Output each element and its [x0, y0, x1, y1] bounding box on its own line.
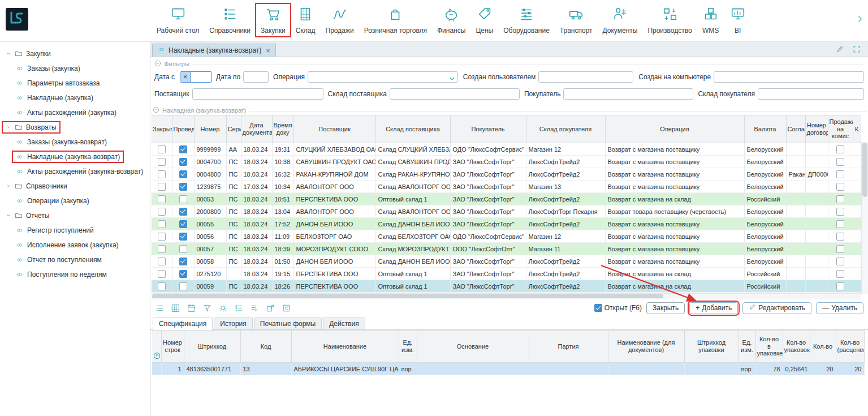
specification-table[interactable]: Номер строкШтрихкодКодНаименованиеЕд. из… [152, 330, 865, 375]
checkbox-icon[interactable] [179, 183, 187, 191]
cell[interactable]: пор [399, 363, 417, 375]
date-to-input[interactable] [243, 71, 269, 83]
column-header[interactable]: Наименование [291, 331, 399, 363]
cell[interactable]: 18.03.24 [241, 156, 272, 168]
column-header[interactable]: Продажа на комис [828, 115, 853, 143]
cell[interactable]: Ракан [786, 168, 805, 181]
cell[interactable]: Оптовый склад 1 [375, 193, 450, 205]
cell[interactable]: ЗАО "ЛюксСофтТорг" [450, 181, 526, 193]
cell[interactable] [684, 363, 739, 375]
cell[interactable]: 18.03.24 [241, 205, 272, 218]
cell[interactable]: ЛюксСофтТорг Пекарня [526, 205, 605, 218]
cell[interactable]: ПС [226, 156, 241, 168]
column-header[interactable]: Валюта [744, 115, 786, 143]
cell[interactable] [172, 156, 194, 168]
cell[interactable] [828, 218, 853, 230]
invoice-row[interactable]: 00053ПС18.03.2410:51ПЕРСПЕКТИВА ООООптов… [152, 193, 861, 205]
cell[interactable]: ДАНОН БЕЛ ИООО [293, 255, 375, 268]
checkbox-icon[interactable] [836, 183, 844, 191]
column-header[interactable]: Номер строк [161, 331, 184, 363]
clear-date-icon[interactable]: × [180, 72, 191, 82]
cell[interactable] [828, 156, 853, 168]
cell[interactable]: ОДО "ЛюксСофтСервис" [450, 230, 526, 243]
cell[interactable] [853, 205, 861, 218]
sidebar-item[interactable]: Отчет по поступлениям [0, 252, 150, 267]
cell[interactable]: 1 [161, 363, 184, 375]
cell[interactable] [805, 280, 828, 293]
cell[interactable] [828, 143, 853, 156]
sidebar-item[interactable]: Заказы (закупка-возврат) [0, 135, 150, 149]
checkbox-icon[interactable] [179, 233, 187, 241]
cell[interactable]: 19:31 [272, 143, 293, 156]
module-item-bi[interactable]: BI [724, 3, 752, 37]
cell[interactable] [805, 156, 828, 168]
cell[interactable] [853, 268, 861, 280]
invoice-row[interactable]: 00055ПС18.03.2417:52ДАНОН БЕЛ ИОООСклад … [152, 218, 861, 230]
cell[interactable]: 18.03.24 [241, 255, 272, 268]
vertical-scrollbar[interactable] [861, 142, 868, 294]
cell[interactable]: ПС [226, 230, 241, 243]
sidebar-item[interactable]: Акты расхождений (закупка) [0, 105, 150, 120]
column-header[interactable]: Серия [226, 115, 241, 143]
column-header[interactable]: Покупатель [450, 115, 526, 143]
detail-tab-3[interactable]: Печатные формы [254, 318, 322, 329]
delete-button[interactable]: —Удалить [816, 302, 863, 314]
cell[interactable]: ЛюксСофтТрейд2 [526, 168, 605, 181]
cell[interactable]: Возврат с магазина поставщику [605, 243, 744, 255]
invoice-row[interactable]: 1239875ПС17.03.2410:34АВАЛОНТОРГ ОООСкла… [152, 181, 861, 193]
cell[interactable] [805, 143, 828, 156]
cell[interactable]: 00057 [194, 243, 226, 255]
cell[interactable]: 00058 [194, 255, 226, 268]
cell[interactable]: Возврат с магазина поставщику [605, 168, 744, 181]
column-header[interactable]: Номер [194, 115, 226, 143]
cell[interactable] [805, 181, 828, 193]
cell[interactable]: Возврат товара поставщику (черствость) [605, 205, 744, 218]
cell[interactable] [172, 268, 194, 280]
cell[interactable] [805, 218, 828, 230]
cell[interactable] [853, 193, 861, 205]
cell[interactable]: пор [739, 363, 755, 375]
cell[interactable]: Склад АВАЛОНТОРГ ООО [375, 205, 450, 218]
cell[interactable] [172, 193, 194, 205]
gear-icon[interactable] [218, 303, 228, 313]
insert-list-icon[interactable] [250, 303, 260, 313]
cell[interactable] [853, 243, 861, 255]
cell[interactable]: ДАНОН БЕЛ ИООО [293, 218, 375, 230]
sidebar-item[interactable]: Акты расхождений (закупка-возврат) [0, 164, 150, 179]
invoice-row[interactable]: 027512018.03.2419:15ПЕРСПЕКТИВА ООООптов… [152, 268, 861, 280]
column-header[interactable]: Ед. изм. [399, 331, 417, 363]
column-header[interactable]: Склад поставщика [375, 115, 450, 143]
cell[interactable]: Магазин 12 [526, 230, 605, 243]
view-calendar-icon[interactable] [187, 303, 196, 313]
cell[interactable]: ЗАО "ЛюксСофтТорг" [450, 280, 526, 293]
created-computer-input[interactable] [714, 71, 864, 83]
cell[interactable]: ЛюксСофтТрейд2 [526, 156, 605, 168]
cell[interactable]: ОДО "ЛюксСофтСервис" [450, 143, 526, 156]
cell[interactable]: 18.03.24 [241, 143, 272, 156]
refresh-icon[interactable] [282, 303, 291, 313]
column-header[interactable]: Кол-во упаковок [783, 331, 810, 363]
cell[interactable]: Возврат с магазина поставщику [605, 156, 744, 168]
cell[interactable] [805, 205, 828, 218]
column-header[interactable]: Кол-во в упаковке [755, 331, 783, 363]
checkbox-icon[interactable] [158, 220, 166, 228]
checkbox-icon[interactable] [158, 158, 166, 166]
column-header[interactable]: Наименование (для документов) [608, 331, 684, 363]
cell[interactable]: Магазин 11 [526, 243, 605, 255]
cell[interactable] [828, 230, 853, 243]
cell[interactable] [172, 143, 194, 156]
cell[interactable]: ЛюксСофтТрейд2 [526, 193, 605, 205]
cell[interactable]: Белорусский [744, 230, 786, 243]
cell[interactable]: ЗАО "ЛюксСофтТорг" [450, 268, 526, 280]
cell[interactable] [417, 363, 529, 375]
checkbox-icon[interactable] [158, 145, 166, 153]
cell[interactable]: Склад БЕЛХОЗТОРГ ОАО [375, 230, 450, 243]
cell[interactable]: ЗАО "ЛюксСофтТорг" [450, 255, 526, 268]
sidebar-item[interactable]: Отчеты [0, 208, 150, 223]
cell[interactable]: Оптовый склад 1 [375, 268, 450, 280]
cell[interactable]: ЗАО "ЛюксСофтТорг" [450, 193, 526, 205]
cell[interactable]: МОРОЗПРОДУКТ СООО [293, 243, 375, 255]
cell[interactable]: 0,25641 [783, 363, 810, 375]
cell[interactable]: ПС [226, 255, 241, 268]
checkbox-icon[interactable] [836, 170, 844, 178]
